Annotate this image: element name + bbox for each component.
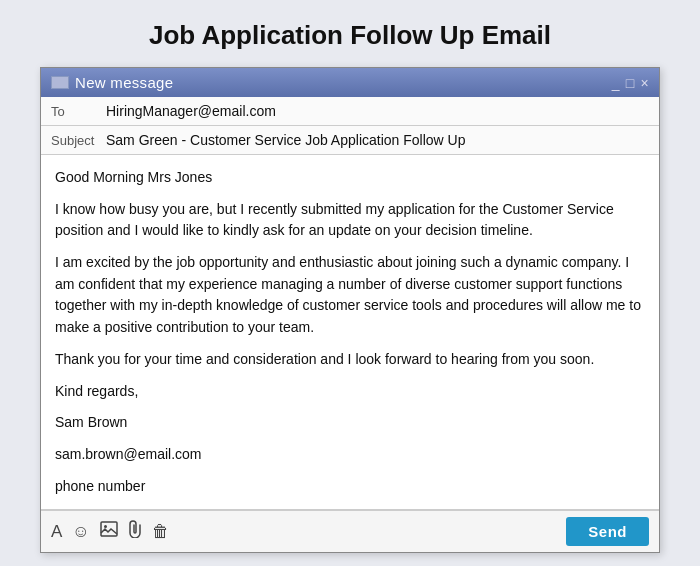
svg-point-1 — [104, 525, 107, 528]
maximize-button[interactable]: □ — [626, 76, 635, 90]
title-bar-title: New message — [75, 74, 173, 91]
closing: Kind regards, — [55, 381, 645, 403]
to-label: To — [51, 104, 106, 119]
toolbar-left: A ☺ 🗑 — [51, 520, 169, 543]
to-field-row: To HiringManager@email.com — [41, 97, 659, 126]
font-icon[interactable]: A — [51, 522, 62, 542]
compose-toolbar: A ☺ 🗑 Send — [41, 510, 659, 552]
paragraph1: I know how busy you are, but I recently … — [55, 199, 645, 242]
image-icon[interactable] — [100, 521, 118, 542]
svg-rect-0 — [101, 522, 117, 536]
to-value[interactable]: HiringManager@email.com — [106, 103, 276, 119]
send-button[interactable]: Send — [566, 517, 649, 546]
sender-phone: phone number — [55, 476, 645, 498]
subject-field-row: Subject Sam Green - Customer Service Job… — [41, 126, 659, 155]
title-bar: New message _ □ × — [41, 68, 659, 97]
email-body[interactable]: Good Morning Mrs Jones I know how busy y… — [41, 155, 659, 510]
sender-email: sam.brown@email.com — [55, 444, 645, 466]
minimize-button[interactable]: _ — [612, 76, 620, 90]
greeting: Good Morning Mrs Jones — [55, 167, 645, 189]
page-title: Job Application Follow Up Email — [149, 20, 551, 51]
sender-name: Sam Brown — [55, 412, 645, 434]
subject-label: Subject — [51, 133, 106, 148]
paragraph3: Thank you for your time and consideratio… — [55, 349, 645, 371]
paragraph2: I am excited by the job opportunity and … — [55, 252, 645, 339]
delete-icon[interactable]: 🗑 — [152, 522, 169, 542]
email-window: New message _ □ × To HiringManager@email… — [40, 67, 660, 553]
attachment-icon[interactable] — [128, 520, 142, 543]
window-icon — [51, 76, 69, 89]
subject-value[interactable]: Sam Green - Customer Service Job Applica… — [106, 132, 465, 148]
emoji-icon[interactable]: ☺ — [72, 522, 89, 542]
close-button[interactable]: × — [641, 76, 649, 90]
title-bar-left: New message — [51, 74, 173, 91]
title-bar-controls: _ □ × — [612, 76, 649, 90]
